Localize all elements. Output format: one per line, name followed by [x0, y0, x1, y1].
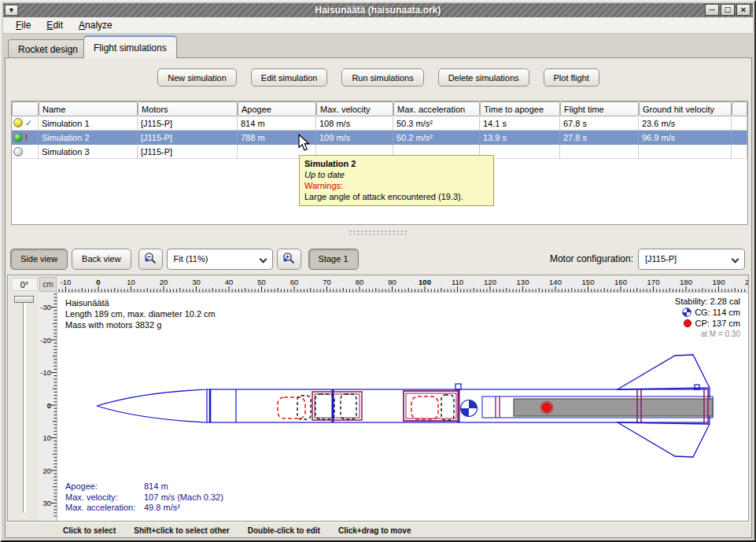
cell-name[interactable]: Simulation 2: [39, 131, 138, 145]
column-header-max-velocity[interactable]: Max. velocity: [316, 101, 393, 116]
table-row[interactable]: ✓ Simulation 1 [J115-P] 814 m 108 m/s 50…: [12, 116, 747, 131]
minimize-button[interactable]: ─: [705, 4, 719, 16]
parachute[interactable]: [278, 397, 305, 418]
nose-cone[interactable]: [97, 389, 207, 422]
splitter-grip-icon[interactable]: [348, 230, 408, 236]
app-window: ▼ Haisunäätä (haisunaata.ork) ─ □ ✕ File…: [0, 0, 756, 542]
plot-flight-button[interactable]: Plot flight: [544, 68, 599, 87]
stat-value: 107 m/s (Mach 0.32): [144, 492, 223, 503]
back-view-button[interactable]: Back view: [72, 249, 131, 270]
cell-flight-time[interactable]: 67.8 s: [560, 116, 639, 131]
zoom-in-button[interactable]: [277, 249, 301, 270]
hint-click-select: Click to select: [63, 526, 116, 535]
menu-item-edit[interactable]: Edit: [40, 18, 69, 32]
ruler-unit-label: cm: [39, 277, 57, 292]
magnifier-minus-icon: [143, 252, 157, 266]
tab-rocket-design[interactable]: Rocket design: [8, 39, 88, 58]
tube-coupler[interactable]: [312, 392, 362, 420]
svg-text:120: 120: [484, 278, 496, 286]
cell-time-to-apogee[interactable]: 13.9 s: [480, 131, 560, 145]
rotation-slider[interactable]: [23, 299, 26, 513]
upper-fin[interactable]: [618, 355, 710, 389]
cell-filler[interactable]: [732, 131, 747, 145]
cell-name[interactable]: Simulation 3: [39, 145, 138, 159]
mouse-cursor: [298, 134, 311, 152]
column-header-apogee[interactable]: Apogee: [238, 101, 316, 116]
svg-text:0: 0: [96, 278, 100, 286]
tooltip-title: Simulation 2: [304, 158, 489, 169]
zoom-level-value: Fit (11%): [174, 254, 208, 264]
new-simulation-button[interactable]: New simulation: [157, 68, 237, 87]
column-header-status[interactable]: [12, 101, 39, 116]
close-button[interactable]: ✕: [736, 4, 750, 16]
title-bar[interactable]: ▼ Haisunäätä (haisunaata.ork) ─ □ ✕: [3, 3, 753, 17]
cell-filler[interactable]: [732, 116, 747, 131]
cell-max-velocity[interactable]: 108 m/s: [316, 116, 393, 131]
svg-text:-10: -10: [61, 278, 72, 286]
cell-motors[interactable]: [J115-P]: [138, 131, 238, 145]
cell-flight-time[interactable]: 27.8 s: [560, 131, 639, 145]
launch-lug[interactable]: [455, 384, 461, 389]
rotation-slider-handle[interactable]: [14, 296, 34, 303]
launch-lug[interactable]: [695, 385, 699, 389]
stage-1-toggle[interactable]: Stage 1: [308, 249, 359, 270]
rocket-canvas[interactable]: Haisunäätä Length 189 cm, max. diameter …: [57, 292, 748, 521]
column-header-ground-hit-velocity[interactable]: Ground hit velocity: [639, 101, 732, 116]
cell-motors[interactable]: [J115-P]: [138, 145, 238, 159]
cell-max-acceleration[interactable]: 50.2 m/s²: [393, 131, 480, 145]
cell-name[interactable]: Simulation 1: [39, 116, 138, 131]
column-header-max-acceleration[interactable]: Max. acceleration: [393, 101, 480, 116]
menu-item-file[interactable]: File: [9, 18, 37, 32]
run-simulations-button[interactable]: Run simulations: [341, 68, 423, 87]
status-mark-icon: ✓: [25, 118, 32, 127]
shock-cord[interactable]: [441, 395, 454, 420]
column-header-time-to-apogee[interactable]: Time to apogee: [480, 101, 560, 116]
hint-click-drag: Click+drag to move: [338, 526, 411, 535]
hint-double-click: Double-click to edit: [248, 526, 320, 535]
column-header-flight-time[interactable]: Flight time: [560, 101, 639, 116]
status-cell[interactable]: [12, 145, 39, 159]
cell-flight-time[interactable]: [560, 145, 639, 159]
parachute[interactable]: [411, 396, 438, 419]
status-cell[interactable]: !: [12, 131, 39, 145]
shock-cord[interactable]: [341, 394, 356, 419]
svg-text:-30: -30: [40, 303, 51, 312]
cell-apogee[interactable]: 814 m: [238, 116, 316, 131]
lower-fin[interactable]: [618, 422, 710, 457]
vertical-ruler: -30-20-100102030: [39, 292, 57, 521]
column-header-motors[interactable]: Motors: [138, 101, 238, 116]
cell-motors[interactable]: [J115-P]: [138, 116, 238, 131]
simulation-tooltip: Simulation 2 Up to date Warnings: Large …: [299, 155, 494, 206]
cell-ground-hit-velocity[interactable]: [639, 145, 732, 159]
svg-text:50: 50: [257, 278, 266, 286]
column-header-name[interactable]: Name: [39, 101, 138, 116]
cell-max-acceleration[interactable]: 50.3 m/s²: [393, 116, 480, 131]
cell-max-velocity[interactable]: 109 m/s: [316, 131, 393, 145]
motor-configuration-select[interactable]: [J115-P]: [638, 249, 745, 270]
stat-label: Max. acceleration:: [65, 503, 144, 514]
status-cell[interactable]: ✓: [12, 116, 39, 131]
cell-ground-hit-velocity[interactable]: 96.9 m/s: [639, 131, 732, 145]
status-mark-icon: !: [25, 133, 28, 142]
menu-bar: File Edit Analyze: [3, 17, 753, 34]
svg-text:70: 70: [323, 278, 331, 286]
tab-flight-simulations[interactable]: Flight simulations: [83, 35, 177, 58]
cell-filler[interactable]: [732, 145, 747, 159]
svg-text:-20: -20: [40, 336, 51, 345]
delete-simulations-button[interactable]: Delete simulations: [438, 68, 529, 87]
side-view-button[interactable]: Side view: [10, 249, 68, 270]
cp-value: CP: 137 cm: [695, 318, 740, 329]
cell-ground-hit-velocity[interactable]: 23.6 m/s: [639, 116, 732, 131]
edit-simulation-button[interactable]: Edit simulation: [251, 68, 328, 87]
cell-time-to-apogee[interactable]: 14.1 s: [480, 116, 560, 131]
panel-splitter[interactable]: [6, 227, 751, 238]
zoom-out-button[interactable]: [138, 249, 163, 270]
maximize-button[interactable]: □: [721, 4, 735, 16]
shock-cord[interactable]: [315, 394, 334, 419]
stat-value: 814 m: [144, 481, 223, 492]
menu-item-analyze[interactable]: Analyze: [72, 18, 119, 32]
zoom-level-select[interactable]: Fit (11%): [167, 249, 273, 270]
svg-text:150: 150: [582, 278, 595, 286]
svg-text:190: 190: [713, 278, 725, 286]
table-row[interactable]: ! Simulation 2 [J115-P] 788 m 109 m/s 50…: [12, 131, 747, 145]
